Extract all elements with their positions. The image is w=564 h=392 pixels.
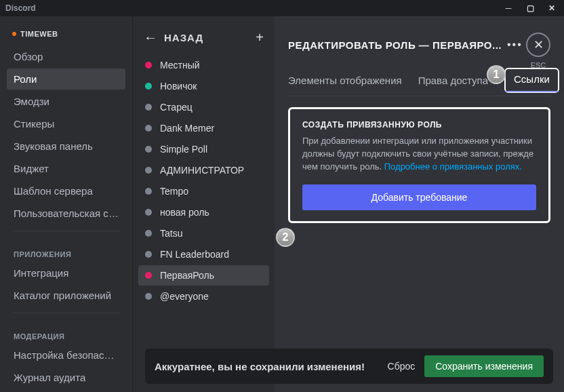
learn-more-link[interactable]: Подробнее о привязанных ролях. xyxy=(384,161,522,172)
role-item[interactable]: ПерваяРоль xyxy=(138,265,269,286)
sidebar-item-widget[interactable]: Виджет xyxy=(7,158,125,179)
more-icon[interactable]: ••• xyxy=(507,39,523,51)
sidebar-item-safety[interactable]: Настройка безопасно... xyxy=(7,345,125,366)
role-color-dot xyxy=(145,272,152,279)
tab-permissions[interactable]: Права доступа xyxy=(418,75,488,96)
sidebar-item-audit[interactable]: Журнал аудита xyxy=(7,367,125,388)
role-item[interactable]: Simple Poll xyxy=(138,139,269,159)
roles-back-row: ← НАЗАД + xyxy=(138,30,269,55)
role-item[interactable]: Старец xyxy=(138,97,269,117)
sidebar-header-apps: ПРИЛОЖЕНИЯ xyxy=(7,238,125,262)
close-window-icon[interactable]: ✕ xyxy=(542,1,561,16)
role-name: ПерваяРоль xyxy=(160,270,214,281)
maximize-icon[interactable]: ▢ xyxy=(521,1,540,16)
role-name: Новичок xyxy=(160,81,197,92)
role-item[interactable]: Dank Memer xyxy=(138,118,269,138)
role-color-dot xyxy=(145,125,152,132)
add-requirement-button[interactable]: Добавить требование xyxy=(302,184,536,210)
sidebar-header-moderation: МОДЕРАЦИЯ xyxy=(7,320,125,345)
sidebar-item-overview[interactable]: Обзор xyxy=(7,46,125,67)
unsaved-message: Аккуратнее, вы не сохранили изменения! xyxy=(155,361,378,372)
server-dot-icon xyxy=(12,32,16,36)
sidebar-item-template[interactable]: Шаблон сервера xyxy=(7,180,125,201)
role-name: FN Leaderboard xyxy=(160,249,229,260)
minimize-icon[interactable]: ─ xyxy=(499,1,518,16)
role-item[interactable]: Местный xyxy=(138,55,269,75)
linked-role-panel: СОЗДАТЬ ПРИВЯЗАННУЮ РОЛЬ При добавлении … xyxy=(288,107,550,223)
content-column: РЕДАКТИРОВАТЬ РОЛЬ — ПЕРВАЯРО... ••• ✕ E… xyxy=(275,16,564,392)
tab-links[interactable]: Ссылки xyxy=(504,68,559,93)
divider xyxy=(12,231,120,231)
role-name: Tatsu xyxy=(160,228,182,239)
sidebar-item-app-directory[interactable]: Каталог приложений xyxy=(7,285,125,306)
reset-button[interactable]: Сброс xyxy=(378,355,425,377)
role-item[interactable]: Tempo xyxy=(138,181,269,201)
sidebar-item-custom-link[interactable]: Пользовательская сс... xyxy=(7,203,125,224)
role-color-dot xyxy=(145,83,152,90)
role-color-dot xyxy=(145,209,152,216)
role-name: АДМИНИСТРАТОР xyxy=(160,165,244,176)
tabs: Элементы отображения Права доступа Ссылк… xyxy=(288,68,550,96)
save-button[interactable]: Сохранить изменения xyxy=(424,355,544,377)
content-title-row: РЕДАКТИРОВАТЬ РОЛЬ — ПЕРВАЯРО... ••• ✕ E… xyxy=(288,33,550,57)
sidebar-item-roles[interactable]: Роли xyxy=(7,68,125,90)
close-button[interactable]: ✕ ESC xyxy=(526,33,550,57)
sidebar-item-soundboard[interactable]: Звуковая панель xyxy=(7,136,125,157)
roles-list: МестныйНовичокСтарецDank MemerSimple Pol… xyxy=(138,55,269,307)
callout-badge-1: 1 xyxy=(487,65,506,84)
role-color-dot xyxy=(145,167,152,174)
role-item[interactable]: АДМИНИСТРАТОР xyxy=(138,160,269,180)
role-item[interactable]: @everyone xyxy=(138,286,269,307)
role-name: Старец xyxy=(160,102,193,113)
role-name: Местный xyxy=(160,60,200,71)
linked-role-title: СОЗДАТЬ ПРИВЯЗАННУЮ РОЛЬ xyxy=(302,120,536,130)
sidebar-item-emoji[interactable]: Эмодзи xyxy=(7,91,125,112)
page-title: РЕДАКТИРОВАТЬ РОЛЬ — ПЕРВАЯРО... xyxy=(288,39,502,51)
add-role-icon[interactable]: + xyxy=(256,30,264,45)
role-name: Tempo xyxy=(160,186,188,197)
role-color-dot xyxy=(145,251,152,258)
linked-role-description: При добавлении интеграции или приложения… xyxy=(302,135,536,174)
title-bar: Discord ─ ▢ ✕ xyxy=(0,0,564,16)
role-name: Simple Poll xyxy=(160,144,207,155)
role-color-dot xyxy=(145,62,152,68)
role-item[interactable]: новая роль xyxy=(138,202,269,222)
arrow-left-icon[interactable]: ← xyxy=(144,30,157,45)
role-name: Dank Memer xyxy=(160,123,214,134)
sidebar-item-integrations[interactable]: Интеграция xyxy=(7,262,125,283)
server-name: TIMEWEB xyxy=(7,30,125,46)
callout-badge-2: 2 xyxy=(276,228,295,247)
role-name: @everyone xyxy=(160,291,209,302)
role-item[interactable]: Tatsu xyxy=(138,223,269,243)
role-color-dot xyxy=(145,104,152,111)
settings-sidebar: TIMEWEB Обзор Роли Эмодзи Стикеры Звуков… xyxy=(0,16,132,392)
tab-display[interactable]: Элементы отображения xyxy=(288,75,402,96)
app-title: Discord xyxy=(5,3,36,13)
role-color-dot xyxy=(145,188,152,195)
role-item[interactable]: Новичок xyxy=(138,76,269,96)
main-area: TIMEWEB Обзор Роли Эмодзи Стикеры Звуков… xyxy=(0,16,564,392)
role-color-dot xyxy=(145,146,152,153)
unsaved-changes-bar: Аккуратнее, вы не сохранили изменения! С… xyxy=(145,349,553,384)
sidebar-item-bans[interactable]: Баны xyxy=(7,389,125,392)
window-controls: ─ ▢ ✕ xyxy=(499,1,564,16)
role-color-dot xyxy=(145,230,152,237)
role-name: новая роль xyxy=(160,207,209,218)
divider xyxy=(12,313,120,313)
role-item[interactable]: FN Leaderboard xyxy=(138,244,269,264)
role-color-dot xyxy=(145,293,152,300)
roles-column: ← НАЗАД + МестныйНовичокСтарецDank Memer… xyxy=(132,16,275,392)
back-label[interactable]: НАЗАД xyxy=(164,32,256,43)
sidebar-item-stickers[interactable]: Стикеры xyxy=(7,113,125,134)
